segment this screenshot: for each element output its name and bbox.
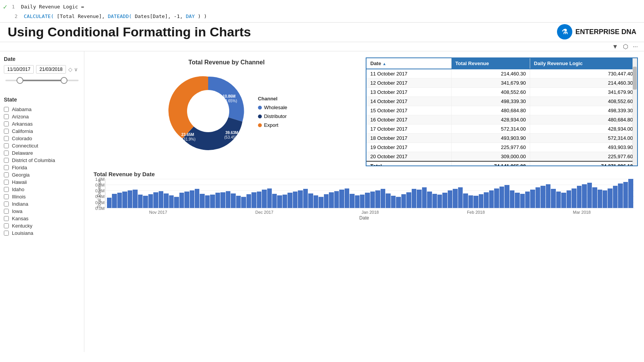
bar[interactable] (494, 188, 499, 208)
bar[interactable] (391, 196, 396, 208)
bar[interactable] (231, 193, 235, 208)
bar[interactable] (628, 179, 633, 208)
bar[interactable] (598, 190, 602, 208)
state-checkbox[interactable] (4, 194, 9, 199)
bar[interactable] (458, 187, 463, 208)
bar[interactable] (396, 197, 401, 208)
bar[interactable] (603, 190, 607, 208)
bar[interactable] (468, 195, 473, 208)
bar[interactable] (210, 195, 215, 208)
bar[interactable] (283, 195, 287, 208)
state-item[interactable]: District of Columbia (4, 157, 80, 164)
state-item[interactable]: Alabama (4, 106, 80, 113)
bar[interactable] (314, 195, 318, 208)
bar[interactable] (561, 193, 566, 208)
bar[interactable] (272, 194, 277, 208)
export-icon[interactable]: ⬡ (623, 43, 628, 50)
bar[interactable] (618, 183, 623, 208)
state-item[interactable]: Iowa (4, 208, 80, 215)
bar[interactable] (308, 193, 313, 208)
bar[interactable] (360, 195, 365, 208)
bar[interactable] (510, 190, 514, 208)
bar[interactable] (215, 193, 220, 208)
bar[interactable] (174, 197, 179, 208)
bar[interactable] (577, 186, 582, 208)
bar[interactable] (257, 192, 261, 208)
state-item[interactable]: Arkansas (4, 120, 80, 128)
bar[interactable] (277, 195, 282, 208)
state-checkbox[interactable] (4, 143, 9, 148)
state-item[interactable]: Hawaii (4, 179, 80, 186)
bar[interactable] (138, 195, 143, 208)
bar[interactable] (303, 189, 308, 208)
state-item[interactable]: Arizona (4, 113, 80, 120)
bar[interactable] (200, 194, 204, 208)
state-checkbox[interactable] (4, 209, 9, 214)
col-logic[interactable]: Daily Revenue Logic (530, 58, 637, 69)
bar[interactable] (499, 187, 504, 208)
bar[interactable] (184, 192, 189, 208)
bar[interactable] (329, 192, 334, 208)
state-checkbox[interactable] (4, 158, 9, 163)
bar[interactable] (613, 186, 618, 208)
bar[interactable] (582, 184, 586, 208)
bar[interactable] (536, 187, 540, 208)
col-date[interactable]: Date ▲ (366, 58, 451, 69)
bar[interactable] (417, 190, 421, 208)
scroll-thumb[interactable] (633, 67, 637, 90)
bar[interactable] (484, 192, 488, 208)
bar[interactable] (437, 195, 442, 208)
state-item[interactable]: Kansas (4, 215, 80, 222)
bar[interactable] (422, 187, 427, 208)
state-item[interactable]: Florida (4, 164, 80, 171)
state-checkbox[interactable] (4, 223, 9, 228)
bar[interactable] (463, 193, 468, 208)
bar[interactable] (479, 194, 483, 208)
state-checkbox[interactable] (4, 216, 9, 221)
bar[interactable] (412, 189, 416, 208)
state-item[interactable]: California (4, 128, 80, 135)
bar[interactable] (381, 189, 385, 208)
bar[interactable] (546, 184, 550, 208)
filter-icon[interactable]: ▼ (612, 43, 618, 50)
table-scroll[interactable]: Date ▲ Total Revenue Daily Revenue Logic… (366, 58, 637, 165)
state-checkbox[interactable] (4, 231, 9, 236)
state-item[interactable]: Colorado (4, 135, 80, 142)
bar[interactable] (489, 190, 494, 208)
bar[interactable] (241, 197, 246, 208)
state-checkbox[interactable] (4, 187, 9, 192)
date-end[interactable]: 21/03/2018 (36, 65, 66, 74)
bar[interactable] (153, 192, 158, 208)
state-checkbox[interactable] (4, 121, 9, 126)
bar[interactable] (226, 191, 230, 208)
bar[interactable] (190, 190, 194, 208)
date-start[interactable]: 11/10/2017 (4, 65, 34, 74)
bar[interactable] (525, 192, 530, 208)
state-item[interactable]: Kentucky (4, 222, 80, 229)
bar[interactable] (608, 188, 612, 208)
bar[interactable] (530, 190, 535, 208)
bar[interactable] (339, 190, 344, 208)
col-revenue[interactable]: Total Revenue (451, 58, 530, 69)
bar[interactable] (401, 194, 406, 208)
bar[interactable] (386, 193, 390, 208)
bar[interactable] (148, 194, 153, 208)
state-item[interactable]: Illinois (4, 193, 80, 200)
state-checkbox[interactable] (4, 165, 9, 170)
state-item[interactable]: Connecticut (4, 142, 80, 149)
bar[interactable] (169, 195, 174, 208)
state-checkbox[interactable] (4, 172, 9, 177)
state-item[interactable]: Delaware (4, 149, 80, 157)
bar[interactable] (623, 182, 628, 208)
state-checkbox[interactable] (4, 129, 9, 134)
bar[interactable] (520, 194, 525, 208)
bar[interactable] (350, 194, 354, 208)
table-scrollbar[interactable] (632, 58, 637, 165)
bar[interactable] (117, 193, 122, 208)
bar[interactable] (375, 190, 380, 208)
state-checkbox[interactable] (4, 201, 9, 206)
bar[interactable] (540, 186, 545, 208)
state-checkbox[interactable] (4, 151, 9, 156)
bar[interactable] (293, 192, 297, 208)
bar[interactable] (112, 194, 117, 208)
